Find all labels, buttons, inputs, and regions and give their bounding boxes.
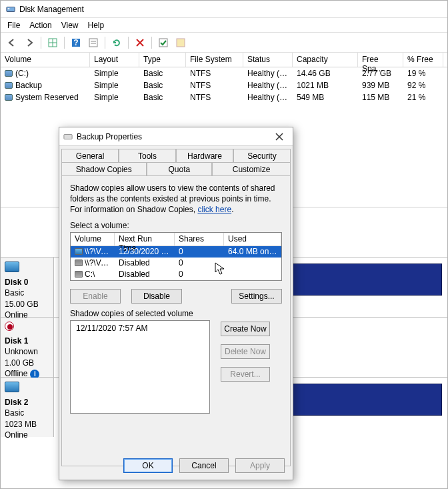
vcol-used[interactable]: Used: [224, 233, 281, 246]
disk-error-icon: [5, 322, 14, 331]
col-layout[interactable]: Layout: [90, 53, 139, 67]
volume-list[interactable]: (C:)SimpleBasicNTFSHealthy (B...14.46 GB…: [1, 67, 447, 103]
app-icon: [6, 5, 15, 14]
col-free[interactable]: Free Spa...: [358, 53, 403, 67]
list-item[interactable]: 12/11/2020 7:57 AM: [76, 324, 204, 333]
drive-icon: [5, 70, 13, 77]
table-row[interactable]: System ReservedSimpleBasicNTFSHealthy (S…: [1, 91, 447, 103]
disk-icon: [5, 262, 19, 272]
vcol-shares[interactable]: Shares: [175, 233, 224, 246]
list-item[interactable]: \\?\Vol...Disabled0: [71, 258, 281, 269]
volume-icon: [63, 133, 73, 141]
drive-icon: [5, 94, 13, 101]
settings-button[interactable]: Settings...: [231, 289, 282, 304]
drive-icon: [75, 248, 83, 255]
svg-rect-11: [177, 39, 185, 47]
delete-icon[interactable]: [133, 35, 147, 50]
create-now-button[interactable]: Create Now: [221, 322, 270, 336]
table-row[interactable]: (C:)SimpleBasicNTFSHealthy (B...14.46 GB…: [1, 67, 447, 79]
volume-list-header: Volume Layout Type File System Status Ca…: [1, 53, 447, 67]
menubar: File Action View Help: [1, 18, 447, 33]
tab-hardware[interactable]: Hardware: [176, 149, 233, 162]
help-icon[interactable]: ?: [69, 35, 83, 50]
svg-rect-7: [89, 39, 97, 47]
refresh-icon[interactable]: [109, 35, 124, 50]
vcol-next[interactable]: Next Run Time: [115, 233, 175, 246]
col-fs[interactable]: File System: [186, 53, 243, 67]
ok-button[interactable]: OK: [123, 458, 173, 473]
tab-tools[interactable]: Tools: [119, 149, 176, 162]
col-capacity[interactable]: Capacity: [293, 53, 358, 67]
properties-icon[interactable]: [173, 35, 188, 50]
list-item[interactable]: \\?\Vol...12/30/2020 7...064.0 MB on ...: [71, 246, 281, 258]
vcol-volume[interactable]: Volume: [71, 233, 115, 246]
volume-select-list[interactable]: Volume Next Run Time Shares Used \\?\Vol…: [70, 232, 282, 281]
revert-button[interactable]: Revert...: [221, 367, 270, 382]
list-item[interactable]: C:\Disabled0: [71, 269, 281, 280]
shadow-copies-list[interactable]: 12/11/2020 7:57 AM: [70, 320, 210, 414]
menu-file[interactable]: File: [7, 21, 20, 30]
disk-icon: [5, 382, 19, 392]
dialog-titlebar: Backup Properties: [59, 127, 293, 146]
apply-button[interactable]: Apply: [235, 458, 285, 473]
tab-general[interactable]: General: [61, 149, 119, 162]
svg-rect-10: [159, 39, 167, 47]
disk-header-2[interactable]: Disk 2 Basic 1023 MB Online: [1, 378, 54, 437]
tab-shadow-copies[interactable]: Shadow Copies: [61, 162, 147, 175]
table-row[interactable]: BackupSimpleBasicNTFSHealthy (P...1021 M…: [1, 79, 447, 91]
tool-list-icon[interactable]: [86, 35, 101, 50]
disable-button[interactable]: Disable: [131, 289, 182, 304]
menu-action[interactable]: Action: [29, 21, 51, 30]
backup-properties-dialog: Backup Properties General Tools Hardware…: [59, 127, 293, 480]
svg-rect-12: [64, 134, 72, 139]
enable-button[interactable]: Enable: [70, 289, 121, 304]
col-status[interactable]: Status: [243, 53, 293, 67]
tab-security[interactable]: Security: [233, 149, 291, 162]
description-text: Shadow copies allow users to view the co…: [70, 183, 282, 215]
dialog-title: Backup Properties: [77, 132, 142, 141]
back-icon[interactable]: [5, 35, 19, 50]
tab-quota[interactable]: Quota: [147, 162, 213, 175]
delete-now-button[interactable]: Delete Now: [221, 344, 270, 359]
menu-view[interactable]: View: [61, 21, 79, 30]
col-type[interactable]: Type: [139, 53, 186, 67]
cancel-button[interactable]: Cancel: [179, 458, 229, 473]
disk-header-1[interactable]: Disk 1 Unknown 1.00 GB Offlinei: [1, 318, 54, 377]
disk-header-0[interactable]: Disk 0 Basic 15.00 GB Online: [1, 258, 54, 317]
close-button[interactable]: [270, 130, 289, 143]
menu-help[interactable]: Help: [88, 21, 105, 30]
click-here-link[interactable]: click here: [197, 205, 231, 214]
drive-icon: [75, 271, 83, 278]
drive-icon: [75, 260, 83, 266]
svg-text:?: ?: [73, 38, 78, 47]
copies-label: Shadow copies of selected volume: [70, 309, 282, 318]
titlebar: Disk Management: [1, 1, 447, 18]
window-title: Disk Management: [19, 5, 84, 14]
svg-rect-1: [8, 8, 10, 9]
forward-icon[interactable]: [22, 35, 37, 50]
toolbar: ?: [1, 33, 447, 53]
tool-table-icon[interactable]: [45, 35, 60, 50]
tab-pane: Shadow copies allow users to view the co…: [61, 175, 291, 466]
check-icon[interactable]: [156, 35, 171, 50]
select-volume-label: Select a volume:: [70, 221, 282, 230]
drive-icon: [5, 82, 13, 89]
col-volume[interactable]: Volume: [1, 53, 90, 67]
tab-customize[interactable]: Customize: [212, 162, 291, 175]
col-pct[interactable]: % Free: [403, 53, 443, 67]
